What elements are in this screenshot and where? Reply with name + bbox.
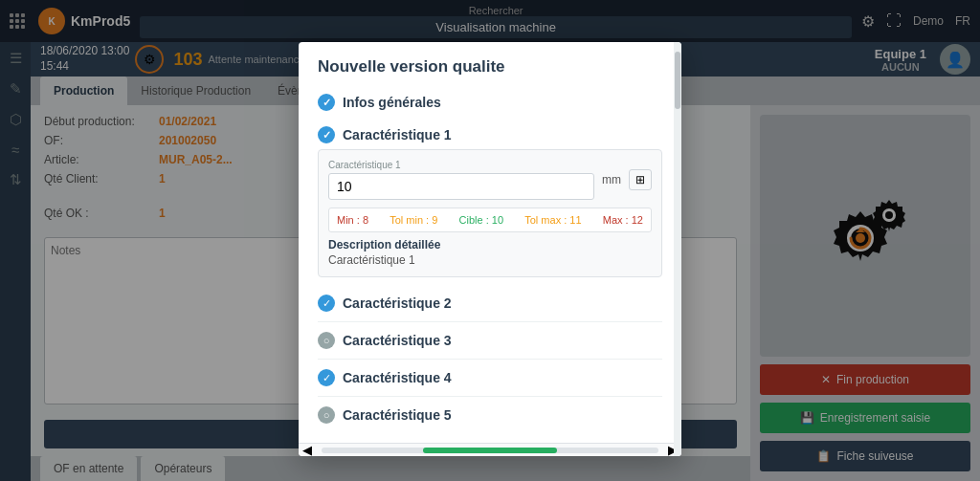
section-infos: ✓ Infos générales: [318, 84, 662, 117]
charac4-label: Caractéristique 4: [343, 370, 452, 385]
charac1-input-row: Caractéristique 1 mm ⊞: [328, 160, 652, 200]
charac4-row: ✓ Caractéristique 4: [318, 360, 662, 397]
check-icon-charac3: ○: [318, 332, 335, 349]
charac5-label: Caractéristique 5: [343, 407, 452, 423]
charac3-row: ○ Caractéristique 3: [318, 322, 662, 360]
section-charac1: ✓ Caractéristique 1: [318, 117, 662, 149]
check-icon-charac5: ○: [318, 406, 335, 424]
range-tolmin: Tol min : 9: [390, 214, 437, 226]
desc-title: Description détaillée: [328, 238, 652, 251]
scroll-left-icon[interactable]: ◀: [302, 443, 322, 456]
infos-label: Infos générales: [343, 95, 441, 110]
modal-scroll-thumb[interactable]: [675, 52, 680, 109]
hscroll-thumb[interactable]: [423, 448, 558, 453]
modal-title: Nouvelle version qualite: [318, 57, 662, 77]
charac1-block: Caractéristique 1 mm ⊞ Min : 8 Tol min :…: [318, 149, 662, 277]
charac2-row: ✓ Caractéristique 2: [318, 285, 662, 322]
charac2-label: Caractéristique 2: [343, 295, 452, 311]
modal-header: Nouvelle version qualite: [299, 42, 681, 84]
check-icon-charac4: ✓: [318, 369, 335, 386]
modal-body[interactable]: ✓ Infos générales ✓ Caractéristique 1 Ca…: [299, 84, 681, 443]
modal-scrollbar[interactable]: [674, 42, 681, 456]
charac5-row: ○ Caractéristique 5: [318, 397, 662, 433]
unit-label: mm: [602, 173, 621, 186]
hscroll-track: [322, 448, 658, 453]
modal-overlay[interactable]: Nouvelle version qualite ✓ Infos général…: [0, 0, 980, 481]
charac1-input[interactable]: [328, 173, 594, 200]
grid-button[interactable]: ⊞: [629, 169, 652, 190]
range-max: Max : 12: [603, 214, 643, 226]
modal-footer: ◀ ▶: [299, 443, 681, 456]
charac1-title: Caractéristique 1: [343, 127, 452, 142]
range-tolmax: Tol max : 11: [524, 214, 581, 226]
range-min: Min : 8: [337, 214, 368, 226]
check-icon-charac2: ✓: [318, 295, 335, 312]
charac3-label: Caractéristique 3: [343, 333, 452, 348]
modal: Nouvelle version qualite ✓ Infos général…: [299, 42, 681, 456]
check-icon-infos: ✓: [318, 94, 335, 111]
range-cible: Cible : 10: [459, 214, 503, 226]
check-icon-charac1: ✓: [318, 126, 335, 143]
range-bar: Min : 8 Tol min : 9 Cible : 10 Tol max :…: [328, 208, 652, 232]
desc-text: Caractéristique 1: [328, 253, 652, 267]
charac1-label-small: Caractéristique 1: [328, 160, 594, 170]
charac1-input-wrap: Caractéristique 1: [328, 160, 594, 200]
